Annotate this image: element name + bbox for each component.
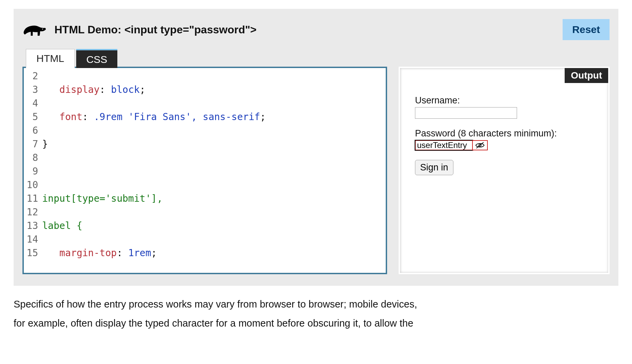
text-line: for example, often display the typed cha… [14, 318, 413, 329]
tok: margin-top [60, 247, 117, 259]
line-num: 7 [24, 137, 38, 151]
password-reveal-icon[interactable] [472, 140, 488, 150]
text-line: Specifics of how the entry process works… [14, 299, 417, 310]
line-num: 2 [24, 69, 38, 83]
tok: block [111, 84, 139, 95]
mdn-dino-icon [22, 20, 47, 39]
tok: 1rem [128, 247, 151, 259]
code-editor[interactable]: 2 3 4 5 6 7 8 9 10 11 12 13 14 15 [22, 67, 387, 274]
tok: input[type='submit'], [42, 193, 163, 204]
line-num: 15 [24, 246, 38, 260]
tok: label { [42, 220, 82, 231]
line-num: 12 [24, 205, 38, 219]
username-label: Username: [415, 95, 608, 106]
password-label: Password (8 characters minimum): [415, 128, 608, 139]
tok: font [60, 111, 82, 122]
demo-panel: HTML Demo: <input type="password"> Reset… [14, 9, 618, 286]
line-num: 14 [24, 233, 38, 246]
password-input[interactable] [415, 140, 473, 150]
tab-row: HTML CSS [22, 49, 610, 68]
reset-button[interactable]: Reset [563, 19, 610, 40]
demo-title: HTML Demo: <input type="password"> [54, 23, 256, 36]
signin-button[interactable]: Sign in [415, 160, 453, 175]
line-num: 6 [24, 124, 38, 137]
line-gutter: 2 3 4 5 6 7 8 9 10 11 12 13 14 15 [24, 68, 41, 273]
output-panel: Output Username: Password (8 characters … [399, 67, 610, 274]
line-num: 10 [24, 178, 38, 192]
line-num: 4 [24, 97, 38, 110]
tok: .9rem 'Fira Sans', sans-serif [94, 111, 260, 122]
demo-header: HTML Demo: <input type="password"> Reset [22, 19, 610, 49]
line-num: 5 [24, 110, 38, 124]
line-num: 9 [24, 165, 38, 178]
tab-css-label: CSS [86, 54, 107, 65]
line-num: 3 [24, 83, 38, 97]
tok: display [60, 84, 100, 95]
code-content[interactable]: display: block; font: .9rem 'Fira Sans',… [41, 68, 386, 273]
tab-css[interactable]: CSS [76, 49, 118, 68]
tab-html[interactable]: HTML [26, 49, 75, 68]
line-num: 8 [24, 151, 38, 165]
output-badge: Output [565, 68, 608, 83]
line-num: 13 [24, 219, 38, 233]
line-num: 11 [24, 192, 38, 205]
username-input[interactable] [415, 107, 517, 119]
article-paragraph: Specifics of how the entry process works… [14, 295, 618, 333]
